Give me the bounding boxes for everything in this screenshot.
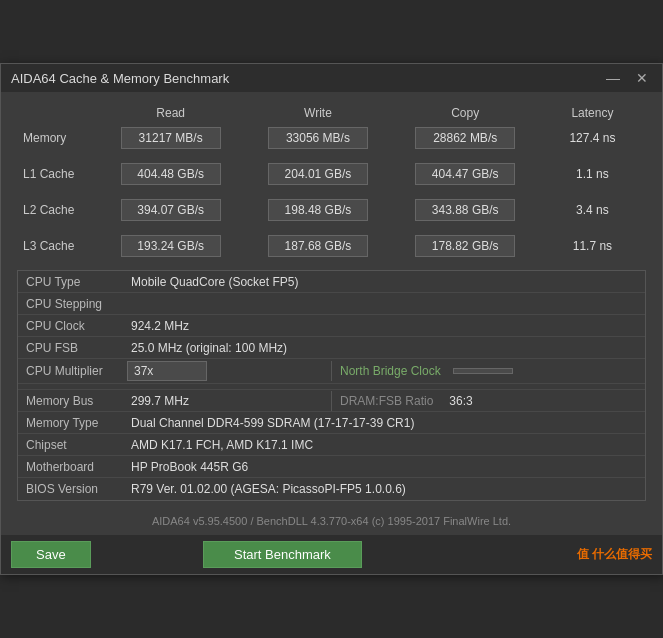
memory-type-row: Memory Type Dual Channel DDR4-599 SDRAM … xyxy=(18,412,645,434)
cpu-stepping-row: CPU Stepping xyxy=(18,293,645,315)
chipset-value: AMD K17.1 FCH, AMD K17.1 IMC xyxy=(123,435,645,455)
save-button[interactable]: Save xyxy=(11,541,91,568)
memory-type-label: Memory Type xyxy=(18,413,123,433)
benchmark-table: Read Write Copy Latency Memory 31217 MB/… xyxy=(17,102,646,260)
table-row: L3 Cache 193.24 GB/s 187.68 GB/s 178.82 … xyxy=(17,232,646,260)
memory-bus-row: Memory Bus 299.7 MHz DRAM:FSB Ratio 36:3 xyxy=(18,390,645,412)
bios-value: R79 Ver. 01.02.00 (AGESA: PicassoPI-FP5 … xyxy=(123,479,645,499)
dram-fsb-right: DRAM:FSB Ratio 36:3 xyxy=(331,391,645,411)
cpu-fsb-row: CPU FSB 25.0 MHz (original: 100 MHz) xyxy=(18,337,645,359)
cpu-type-row: CPU Type Mobile QuadCore (Socket FP5) xyxy=(18,271,645,293)
motherboard-value: HP ProBook 445R G6 xyxy=(123,457,645,477)
window-title: AIDA64 Cache & Memory Benchmark xyxy=(11,71,229,86)
cpu-multiplier-label: CPU Multiplier xyxy=(18,361,123,381)
titlebar: AIDA64 Cache & Memory Benchmark — ✕ xyxy=(1,64,662,92)
table-row: L2 Cache 394.07 GB/s 198.48 GB/s 343.88 … xyxy=(17,196,646,224)
memory-bus-label: Memory Bus xyxy=(18,391,123,411)
titlebar-controls: — ✕ xyxy=(602,70,652,86)
bios-row: BIOS Version R79 Ver. 01.02.00 (AGESA: P… xyxy=(18,478,645,500)
dram-fsb-value: 36:3 xyxy=(441,391,645,411)
col-header-label xyxy=(17,102,97,124)
memory-type-value: Dual Channel DDR4-599 SDRAM (17-17-17-39… xyxy=(123,413,645,433)
north-bridge-value xyxy=(453,368,513,374)
table-row: Memory 31217 MB/s 33056 MB/s 28862 MB/s … xyxy=(17,124,646,152)
info-section: CPU Type Mobile QuadCore (Socket FP5) CP… xyxy=(17,270,646,501)
col-header-write: Write xyxy=(244,102,391,124)
cpu-clock-row: CPU Clock 924.2 MHz xyxy=(18,315,645,337)
cpu-type-value: Mobile QuadCore (Socket FP5) xyxy=(123,272,645,292)
bottom-bar: Save Start Benchmark 值 什么值得买 xyxy=(1,535,662,574)
memory-bus-value: 299.7 MHz xyxy=(123,391,331,411)
north-bridge-label: North Bridge Clock xyxy=(332,361,449,381)
footer-text: AIDA64 v5.95.4500 / BenchDLL 4.3.770-x64… xyxy=(17,509,646,535)
bios-label: BIOS Version xyxy=(18,479,123,499)
cpu-fsb-label: CPU FSB xyxy=(18,338,123,358)
cpu-clock-label: CPU Clock xyxy=(18,316,123,336)
col-header-latency: Latency xyxy=(539,102,646,124)
start-benchmark-button[interactable]: Start Benchmark xyxy=(203,541,362,568)
cpu-clock-value: 924.2 MHz xyxy=(123,316,645,336)
chipset-label: Chipset xyxy=(18,435,123,455)
cpu-multiplier-left: CPU Multiplier 37x xyxy=(18,359,331,383)
main-window: AIDA64 Cache & Memory Benchmark — ✕ Read… xyxy=(0,63,663,575)
cpu-stepping-label: CPU Stepping xyxy=(18,294,123,314)
cpu-multiplier-row: CPU Multiplier 37x North Bridge Clock xyxy=(18,359,645,384)
cpu-type-label: CPU Type xyxy=(18,272,123,292)
chipset-row: Chipset AMD K17.1 FCH, AMD K17.1 IMC xyxy=(18,434,645,456)
cpu-stepping-value xyxy=(123,301,645,307)
col-header-read: Read xyxy=(97,102,244,124)
table-row: L1 Cache 404.48 GB/s 204.01 GB/s 404.47 … xyxy=(17,160,646,188)
close-button[interactable]: ✕ xyxy=(632,70,652,86)
motherboard-row: Motherboard HP ProBook 445R G6 xyxy=(18,456,645,478)
dram-fsb-label: DRAM:FSB Ratio xyxy=(332,391,441,411)
minimize-button[interactable]: — xyxy=(602,70,624,86)
watermark-label: 值 什么值得买 xyxy=(577,546,652,563)
north-bridge-right: North Bridge Clock xyxy=(331,361,645,381)
main-content: Read Write Copy Latency Memory 31217 MB/… xyxy=(1,92,662,535)
cpu-fsb-value: 25.0 MHz (original: 100 MHz) xyxy=(123,338,645,358)
motherboard-label: Motherboard xyxy=(18,457,123,477)
col-header-copy: Copy xyxy=(392,102,539,124)
memory-bus-left: Memory Bus 299.7 MHz xyxy=(18,391,331,411)
cpu-multiplier-box: 37x xyxy=(127,361,207,381)
